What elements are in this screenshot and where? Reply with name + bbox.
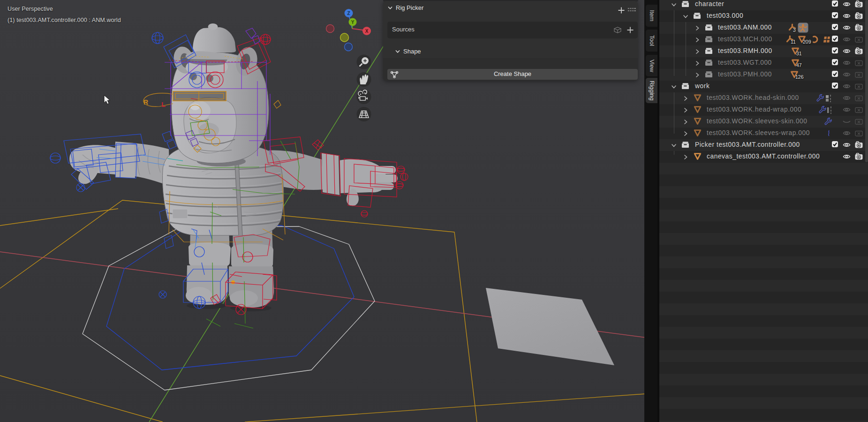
svg-text:X: X: [365, 29, 369, 34]
svg-text:Y: Y: [351, 20, 355, 25]
svg-text:Z: Z: [347, 11, 350, 16]
svg-text:R: R: [143, 98, 148, 106]
svg-text:L: L: [161, 100, 166, 108]
